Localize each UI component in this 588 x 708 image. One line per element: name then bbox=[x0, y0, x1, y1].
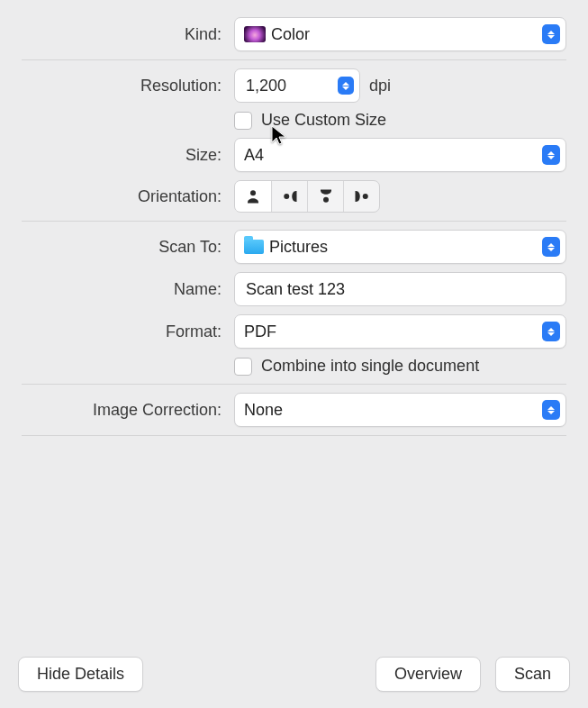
separator bbox=[22, 435, 566, 436]
kind-label: Kind: bbox=[22, 25, 234, 44]
chevron-up-down-icon bbox=[542, 24, 560, 44]
resolution-unit: dpi bbox=[369, 77, 391, 95]
chevron-up-down-icon bbox=[542, 322, 560, 341]
separator bbox=[22, 59, 566, 60]
kind-value: Color bbox=[271, 25, 310, 44]
combine-single-doc-label: Combine into single document bbox=[261, 357, 479, 376]
svg-point-0 bbox=[250, 190, 256, 195]
separator bbox=[22, 221, 566, 222]
chevron-up-down-icon bbox=[542, 400, 560, 420]
resolution-value: 1,200 bbox=[246, 77, 286, 95]
scan-settings-panel: Kind: Color Resolution: 1,200 dpi Use Cu… bbox=[0, 0, 588, 436]
scan-button[interactable]: Scan bbox=[495, 657, 570, 692]
kind-select[interactable]: Color bbox=[234, 17, 566, 51]
scan-to-label: Scan To: bbox=[22, 238, 234, 257]
chevron-up-down-icon bbox=[542, 145, 560, 165]
hide-details-button[interactable]: Hide Details bbox=[18, 657, 143, 692]
person-icon bbox=[245, 188, 261, 204]
resolution-combo[interactable]: 1,200 bbox=[234, 68, 360, 103]
overview-button[interactable]: Overview bbox=[375, 657, 481, 692]
orientation-portrait-down[interactable] bbox=[307, 181, 343, 212]
resolution-label: Resolution: bbox=[22, 77, 234, 95]
use-custom-size-label: Use Custom Size bbox=[261, 111, 386, 130]
person-rotate-right-icon bbox=[282, 188, 298, 204]
format-value: PDF bbox=[244, 322, 276, 341]
scan-to-select[interactable]: Pictures bbox=[234, 230, 566, 264]
svg-point-2 bbox=[323, 197, 329, 203]
format-label: Format: bbox=[22, 322, 234, 341]
folder-icon bbox=[244, 240, 264, 254]
image-correction-value: None bbox=[244, 401, 283, 420]
orientation-label: Orientation: bbox=[22, 187, 234, 206]
chevron-up-down-icon bbox=[338, 77, 354, 95]
size-label: Size: bbox=[22, 146, 234, 165]
orientation-segmented bbox=[234, 180, 380, 213]
svg-point-3 bbox=[362, 194, 367, 199]
image-correction-label: Image Correction: bbox=[22, 401, 234, 420]
svg-point-1 bbox=[284, 194, 289, 199]
separator bbox=[22, 384, 566, 385]
orientation-portrait-up[interactable] bbox=[235, 181, 271, 212]
footer: Hide Details Overview Scan bbox=[0, 657, 588, 692]
combine-single-doc-checkbox[interactable] bbox=[234, 358, 252, 376]
name-label: Name: bbox=[22, 280, 234, 299]
person-flip-icon bbox=[318, 188, 334, 204]
orientation-landscape-left[interactable] bbox=[343, 181, 379, 212]
kind-thumb-icon bbox=[244, 26, 266, 42]
size-value: A4 bbox=[244, 146, 264, 165]
scan-to-value: Pictures bbox=[269, 238, 328, 257]
chevron-up-down-icon bbox=[542, 237, 560, 257]
use-custom-size-checkbox[interactable] bbox=[234, 112, 252, 130]
person-rotate-left-icon bbox=[354, 188, 370, 204]
format-select[interactable]: PDF bbox=[234, 314, 566, 349]
name-input[interactable] bbox=[234, 272, 566, 306]
size-select[interactable]: A4 bbox=[234, 138, 566, 172]
image-correction-select[interactable]: None bbox=[234, 393, 566, 427]
orientation-landscape-right[interactable] bbox=[271, 181, 307, 212]
